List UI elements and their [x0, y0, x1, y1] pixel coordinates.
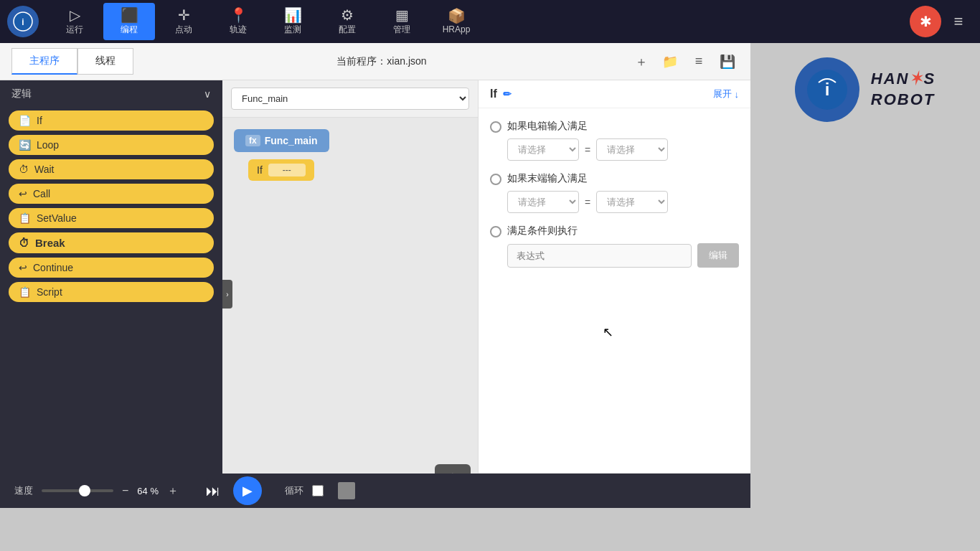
block-if[interactable]: If ---: [248, 159, 314, 181]
condition-3-label: 满足条件则执行: [507, 225, 739, 237]
nav-item-trajectory[interactable]: 📍 轨迹: [212, 3, 264, 40]
continue-label: Continue: [33, 262, 73, 273]
status-indicator: [338, 482, 355, 499]
brand-area: i HAN✶S ROBOT: [750, 43, 980, 508]
condition-1-controls: 请选择 = 请选择: [507, 138, 668, 161]
canvas-content: fx Func_main If ---: [222, 118, 478, 192]
logic-chevron-icon: ∨: [204, 88, 211, 100]
program-header: 主程序 线程 当前程序：xian.json ＋ 📁 ≡ 💾: [0, 43, 750, 80]
speed-value: 64 %: [137, 486, 159, 496]
tab-main[interactable]: 主程序: [11, 48, 77, 75]
brand-circle: i: [795, 57, 859, 122]
condition-1-label: 如果电箱输入满足: [507, 120, 668, 133]
condition-radio-2[interactable]: [490, 174, 501, 185]
hrapp-icon: 📦: [448, 9, 466, 23]
nav-item-manage-label: 管理: [393, 24, 410, 36]
list-button[interactable]: ≡: [687, 50, 710, 73]
nav-item-config[interactable]: ⚙ 配置: [321, 3, 373, 40]
bottom-bar: 速度 − 64 % ＋ ⏭ ▶ 循环: [0, 474, 750, 508]
condition-radio-1[interactable]: [490, 121, 501, 133]
monitor-icon: 📊: [284, 8, 302, 22]
func-main-label: Func_main: [265, 135, 318, 146]
svg-text:i: i: [824, 80, 829, 99]
nav-item-run[interactable]: ▷ 运行: [49, 3, 100, 40]
tab-thread[interactable]: 线程: [77, 48, 133, 75]
nav-item-manage[interactable]: ▦ 管理: [376, 3, 428, 40]
speed-increase-button[interactable]: ＋: [167, 484, 179, 499]
expr-input[interactable]: [507, 244, 692, 268]
condition-2-controls: 请选择 = 请选择: [507, 191, 668, 213]
svg-text:i: i: [22, 17, 24, 27]
speed-label: 速度: [14, 484, 33, 497]
step-forward-button[interactable]: ⏭: [202, 479, 225, 502]
nav-item-monitor[interactable]: 📊 监测: [267, 3, 319, 40]
speed-thumb: [79, 485, 90, 496]
condition-row-3: 满足条件则执行 编辑: [490, 225, 739, 276]
hamburger-icon: ≡: [954, 12, 963, 31]
condition-1-select1[interactable]: 请选择: [507, 138, 579, 161]
break-label: Break: [35, 237, 65, 249]
play-button[interactable]: ▶: [233, 476, 262, 505]
right-panel-header: If ✏ 展开 ↓: [479, 80, 750, 108]
right-panel: If ✏ 展开 ↓ 如果电箱输入满足 请选择: [478, 80, 750, 508]
header-actions: ＋ 📁 ≡ 💾: [630, 50, 739, 73]
if-title-text: If: [490, 88, 497, 100]
sidebar-item-break[interactable]: ⏱ Break: [9, 232, 214, 253]
wait-icon: ⏱: [19, 164, 29, 175]
condition-1-content: 如果电箱输入满足 请选择 = 请选择: [507, 120, 668, 161]
nav-item-program[interactable]: ⬛ 编程: [103, 3, 155, 40]
sidebar-item-call[interactable]: ↩ Call: [9, 184, 214, 204]
sidebar-item-continue[interactable]: ↩ Continue: [9, 258, 214, 278]
sidebar-item-if[interactable]: 📄 If: [9, 110, 214, 131]
canvas-area: Func_main fx Func_main If ---: [222, 80, 478, 508]
trajectory-icon: 📍: [230, 8, 248, 22]
condition-2-select1[interactable]: 请选择: [507, 191, 579, 213]
bluetooth-button[interactable]: ✱: [910, 6, 941, 37]
sidebar-item-loop[interactable]: 🔄 Loop: [9, 135, 214, 155]
eq-sign-1: =: [585, 144, 590, 156]
block-func-main[interactable]: fx Func_main: [234, 129, 329, 152]
tab-group: 主程序 线程: [11, 48, 133, 75]
call-label: Call: [33, 188, 50, 199]
content-area: › 逻辑 ∨ 📄 If 🔄 Loop ⏱ Wait: [0, 80, 750, 508]
add-button[interactable]: ＋: [630, 50, 653, 73]
edit-pencil-icon[interactable]: ✏: [503, 88, 512, 100]
save-button[interactable]: 💾: [716, 50, 739, 73]
folder-button[interactable]: 📁: [659, 50, 682, 73]
sidebar-collapse-button[interactable]: ›: [222, 280, 232, 309]
top-nav: i ▷ 运行 ⬛ 编程 ✛ 点动 📍 轨迹 📊 监测 ⚙ 配置 ▦ 管理 📦 H…: [0, 0, 980, 43]
menu-button[interactable]: ≡: [944, 7, 973, 36]
nav-logo[interactable]: i: [7, 6, 39, 37]
config-icon: ⚙: [341, 8, 354, 22]
sidebar-item-wait[interactable]: ⏱ Wait: [9, 159, 214, 179]
if-dash: ---: [268, 164, 306, 176]
edit-button[interactable]: 编辑: [697, 243, 739, 268]
main-content: 主程序 线程 当前程序：xian.json ＋ 📁 ≡ 💾 › 逻辑 ∨ 📄 I…: [0, 43, 750, 508]
condition-1-select2[interactable]: 请选择: [596, 138, 668, 161]
if-label: If: [37, 115, 42, 126]
condition-2-select2[interactable]: 请选择: [596, 191, 668, 213]
loop-label: 循环: [285, 484, 303, 497]
wait-label: Wait: [34, 164, 54, 175]
loop-label: Loop: [37, 139, 59, 151]
expand-button[interactable]: 展开 ↓: [713, 88, 740, 100]
nav-item-hrapp[interactable]: 📦 HRApp: [430, 3, 482, 40]
nav-item-program-label: 编程: [121, 24, 138, 36]
speed-slider[interactable]: [42, 489, 113, 492]
expr-row: 编辑: [507, 243, 739, 268]
logic-header[interactable]: 逻辑 ∨: [0, 80, 222, 108]
expand-label: 展开: [713, 88, 732, 100]
program-title: 当前程序：xian.json: [336, 55, 426, 68]
nav-item-jog[interactable]: ✛ 点动: [158, 3, 209, 40]
condition-radio-3[interactable]: [490, 226, 501, 237]
sidebar-item-setvalue[interactable]: 📋 SetValue: [9, 208, 214, 228]
left-sidebar: › 逻辑 ∨ 📄 If 🔄 Loop ⏱ Wait: [0, 80, 222, 508]
func-select[interactable]: Func_main: [231, 88, 469, 110]
speed-decrease-button[interactable]: −: [122, 484, 128, 497]
setvalue-label: SetValue: [37, 212, 77, 224]
nav-item-jog-label: 点动: [175, 24, 192, 36]
loop-icon: 🔄: [19, 139, 31, 151]
loop-checkbox[interactable]: [312, 485, 324, 496]
logic-label: 逻辑: [11, 88, 32, 100]
sidebar-item-script[interactable]: 📋 Script: [9, 282, 214, 302]
